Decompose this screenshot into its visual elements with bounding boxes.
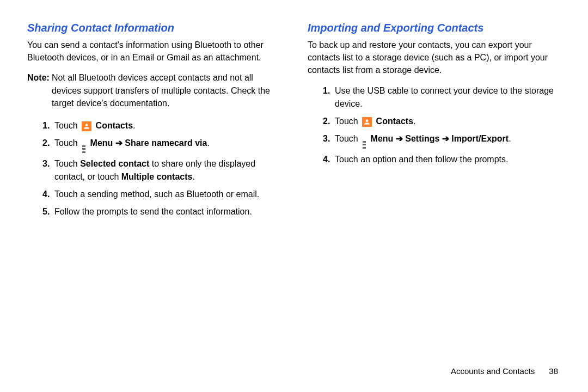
right-steps-list: Use the USB cable to connect your device… [308, 84, 561, 166]
note-label: Note: [27, 71, 50, 109]
left-section-title: Sharing Contact Information [27, 22, 280, 34]
contacts-icon [362, 117, 372, 127]
step-end: . [133, 121, 135, 130]
menu-icon [82, 145, 85, 153]
left-column: Sharing Contact Information You can send… [27, 22, 294, 223]
step-part-b: Selected contact [80, 159, 149, 168]
step-part-e: . [192, 172, 194, 181]
left-step-1: Touch Contacts. [42, 119, 280, 132]
step-text: Touch [54, 138, 80, 148]
right-section-title: Importing and Exporting Contacts [308, 22, 561, 34]
step-bold: Contacts [376, 117, 413, 126]
step-part-d: Multiple contacts [121, 172, 193, 181]
step-bold: Menu ➔ Settings ➔ Import/Export [371, 134, 509, 143]
step-text: Touch [54, 121, 80, 130]
left-step-2: Touch Menu ➔ Share namecard via. [42, 137, 280, 153]
page-footer: Accounts and Contacts 38 [451, 366, 558, 376]
step-bold: Contacts [96, 121, 133, 130]
footer-chapter: Accounts and Contacts [451, 366, 535, 376]
right-step-3: Touch Menu ➔ Settings ➔ Import/Export. [323, 132, 561, 149]
left-step-5: Follow the prompts to send the contact i… [42, 205, 280, 218]
left-step-3: Touch Selected contact to share only the… [42, 157, 280, 183]
note-block: Note: Not all Bluetooth devices accept c… [27, 71, 280, 109]
step-text: Touch [335, 117, 360, 126]
step-part-a: Touch [54, 159, 80, 168]
step-bold: Menu ➔ Share namecard via [90, 138, 207, 148]
step-text: Touch [335, 134, 360, 143]
left-steps-list: Touch Contacts. Touch Menu ➔ Share namec… [27, 119, 280, 218]
right-column: Importing and Exporting Contacts To back… [294, 22, 561, 223]
menu-icon [363, 141, 366, 149]
step-end: . [509, 134, 511, 143]
step-end: . [413, 117, 415, 126]
contacts-icon [82, 121, 91, 131]
right-step-2: Touch Contacts. [323, 115, 561, 128]
note-text: Not all Bluetooth devices accept contact… [52, 71, 280, 109]
footer-page-number: 38 [549, 366, 558, 376]
right-step-1: Use the USB cable to connect your device… [323, 84, 561, 111]
right-intro-paragraph: To back up and restore your contacts, yo… [308, 39, 561, 77]
left-step-4: Touch a sending method, such as Bluetoot… [42, 188, 280, 201]
left-intro-paragraph: You can send a contact's information usi… [27, 39, 280, 64]
step-end: . [207, 138, 209, 148]
manual-page: Sharing Contact Information You can send… [0, 0, 588, 234]
right-step-4: Touch an option and then follow the prom… [323, 153, 561, 166]
